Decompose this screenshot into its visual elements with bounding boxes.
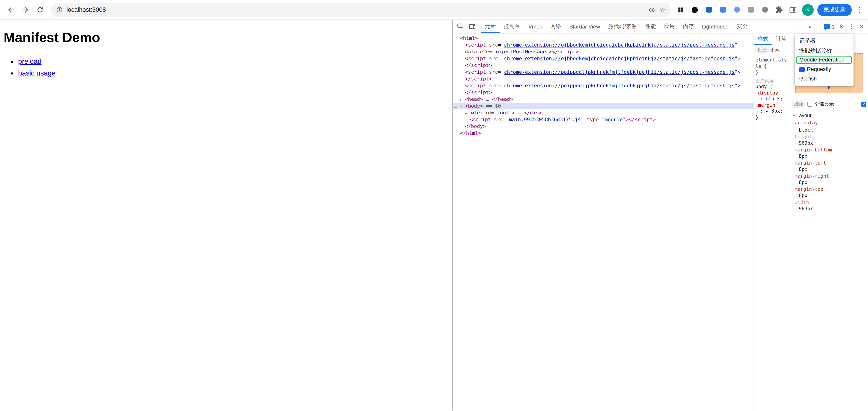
menu-item-3[interactable]: Requestly (795, 65, 854, 74)
dom-tree-node[interactable]: <script src="main.99353058b36d3175.js" t… (453, 116, 753, 123)
split-screen-icon[interactable] (787, 4, 798, 15)
dom-tree-node[interactable]: …▾<body> == $0 (453, 103, 753, 109)
update-browser-button[interactable]: 完成更新 (817, 3, 852, 16)
style-line[interactable]: 用户代理... (755, 77, 788, 84)
devtools-close-button[interactable]: ✕ (857, 20, 867, 33)
address-bar[interactable]: localhost:3008 ☆ (51, 2, 671, 17)
tab-elements[interactable]: 元素 (481, 20, 500, 33)
tab-security[interactable]: 安全 (733, 20, 751, 33)
computed-property-name[interactable]: height (795, 133, 865, 140)
computed-property-name[interactable]: ▸display (795, 119, 865, 127)
forward-button[interactable] (19, 3, 32, 16)
resource-link[interactable]: chrome-extension://poippddljpknhnekfmjlf… (504, 83, 735, 89)
group-checkbox[interactable]: ✓ (861, 101, 866, 106)
dom-tree-node[interactable]: </script> (453, 62, 753, 69)
style-line[interactable]: element.style { (755, 57, 788, 69)
steel-blue-circle-extension-icon[interactable] (732, 4, 742, 15)
grid-extension-icon[interactable] (675, 4, 686, 15)
computed-property: margin-bottom8px (795, 147, 865, 159)
computed-property-name[interactable]: margin-top (795, 186, 865, 192)
dom-tree-node[interactable]: ▸<head> … </head> (453, 96, 753, 103)
profile-avatar[interactable]: ✕ (802, 4, 814, 15)
style-line[interactable]: : ▸ 8px; (755, 108, 788, 114)
tab-performance[interactable]: 性能 (641, 20, 660, 33)
menu-item-0[interactable]: 记录器 (795, 36, 854, 46)
pseudo-class-toggle[interactable]: :hov (771, 48, 779, 53)
dom-tree-node[interactable]: <script src="chrome-extension://poippddl… (453, 69, 753, 75)
black-circle-extension-icon[interactable] (689, 4, 700, 15)
devtools-menu-button[interactable]: ⋮ (847, 20, 857, 33)
tab-application[interactable]: 应用 (660, 20, 679, 33)
tab-slardar-view[interactable]: Slardar View (565, 20, 604, 33)
dom-tree-node[interactable]: ▸<div id="root"> … </div> (453, 109, 753, 116)
back-button[interactable] (4, 3, 17, 16)
site-info-icon[interactable] (56, 6, 63, 13)
menu-item-4[interactable]: Garfish (795, 74, 854, 84)
tab-console[interactable]: 控制台 (500, 20, 524, 33)
dom-tree-node[interactable]: </body> (453, 123, 753, 130)
tab-memory[interactable]: 内存 (679, 20, 698, 33)
issues-bubble-icon (824, 24, 830, 29)
tab-computed[interactable]: 计算 (772, 33, 790, 45)
device-toolbar-button[interactable] (466, 20, 478, 33)
code-token (486, 42, 489, 48)
gray-square-extension-icon[interactable] (745, 4, 756, 15)
dom-tree-node[interactable]: </html> (453, 130, 753, 136)
extensions-puzzle-icon[interactable] (773, 4, 784, 15)
resource-link[interactable]: chrome-extension://ojbbodkemjdhoiogaicbc… (504, 42, 735, 48)
light-blue-square-extension-icon[interactable] (717, 4, 728, 15)
style-line[interactable]: } (755, 114, 788, 120)
tab-vmok[interactable]: Vmok (524, 20, 546, 33)
reload-button[interactable] (33, 3, 46, 16)
styles-filter-input[interactable]: 过滤 (755, 46, 769, 54)
show-all-checkbox[interactable] (807, 101, 812, 106)
dom-tree-node[interactable]: <script src="chrome-extension://poippddl… (453, 82, 753, 89)
dom-tree-node[interactable]: </script> (453, 89, 753, 96)
dom-tree-node[interactable]: </script> (453, 75, 753, 82)
menu-item-2[interactable]: Module Federation (796, 56, 852, 64)
expand-arrow-icon[interactable]: ▸ (465, 110, 470, 117)
computed-filter-input[interactable]: 过滤 (792, 100, 806, 107)
preload-link[interactable]: preload (18, 57, 41, 65)
dom-tree-node[interactable]: <script src="chrome-extension://ojbbodke… (453, 41, 753, 49)
dom-tree-node[interactable]: <html> (453, 35, 753, 41)
dom-tree-node[interactable]: data-e2e="injectPostMessage"></script> (453, 49, 753, 55)
style-line[interactable]: : block; (755, 96, 788, 102)
inspect-element-button[interactable] (454, 20, 466, 33)
resource-link[interactable]: main.99353058b36d3175.js (509, 117, 581, 123)
basic-usage-link[interactable]: basic usage (18, 69, 55, 77)
resource-link[interactable]: chrome-extension://poippddljpknhnekfmjlf… (504, 69, 735, 75)
style-line[interactable]: } (755, 69, 788, 75)
browser-menu-kebab-icon[interactable]: ⋮ (855, 5, 864, 14)
expand-arrow-icon[interactable]: ▾ (460, 103, 465, 110)
computed-property-name[interactable]: width (795, 199, 865, 205)
computed-property-name[interactable]: margin-left (795, 160, 865, 166)
node-overflow-dots-icon[interactable]: … (454, 103, 458, 109)
computed-group-header[interactable]: ▾ Layout (793, 111, 865, 119)
issues-indicator[interactable]: 1 (822, 20, 837, 33)
code-token: src (494, 117, 503, 123)
resource-link[interactable]: chrome-extension://ojbbodkemjdhoiogaicbc… (504, 56, 735, 62)
expand-arrow-icon[interactable]: ▸ (795, 121, 797, 125)
computed-pane: 8 - 983×969 - 8 过滤 全部显示 ✓ (790, 33, 868, 411)
tab-network[interactable]: 网络 (546, 20, 565, 33)
computed-property-name[interactable]: margin-bottom (795, 147, 865, 153)
dom-tree-node[interactable]: <script src="chrome-extension://ojbbodke… (453, 55, 753, 62)
blue-square-extension-icon[interactable] (703, 4, 714, 15)
style-line[interactable]: body { (755, 84, 788, 90)
code-token (491, 117, 494, 123)
expand-arrow-icon[interactable]: ▸ (460, 96, 465, 103)
eye-icon[interactable] (648, 6, 656, 13)
bookmark-star-icon[interactable]: ☆ (659, 6, 665, 13)
menu-item-1[interactable]: 性能数据分析 (795, 46, 854, 55)
tab-styles[interactable]: 样式 (754, 33, 772, 45)
tab-sources[interactable]: 源代码/来源 (604, 20, 641, 33)
style-line[interactable]: margin (755, 102, 788, 108)
device-toolbar-icon (468, 23, 475, 30)
computed-property-name[interactable]: margin-right (795, 173, 865, 179)
more-tabs-button[interactable]: » (805, 20, 815, 33)
slate-circle-extension-icon[interactable] (760, 4, 770, 15)
style-line[interactable]: display (755, 90, 788, 96)
devtools-settings-button[interactable]: ⚙ (837, 20, 847, 33)
tab-lighthouse[interactable]: Lighthouse (698, 20, 733, 33)
